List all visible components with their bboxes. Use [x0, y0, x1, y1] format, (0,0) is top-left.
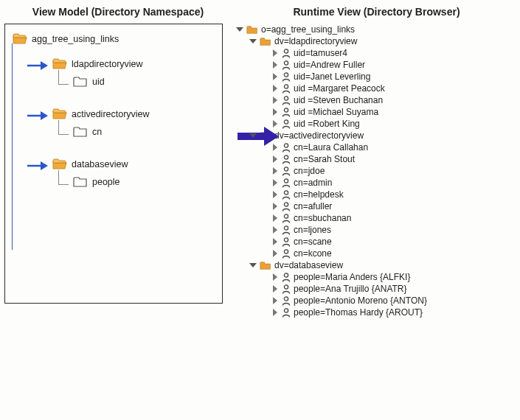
chevron-right-icon[interactable]	[271, 191, 279, 198]
svg-point-17	[284, 167, 288, 170]
chevron-right-icon[interactable]	[271, 238, 279, 245]
rv-entry-label: people=Ana Trujillo {ANATR}	[294, 284, 407, 294]
rv-entry[interactable]: cn=ljones	[271, 224, 517, 236]
view-model-panel: View Model (Directory Namespace) agg_tre…	[0, 0, 236, 420]
svg-marker-1	[41, 61, 48, 70]
vm-root[interactable]: agg_tree_using_links	[13, 33, 215, 45]
chevron-right-icon[interactable]	[271, 309, 279, 316]
vm-sub-0[interactable]: uid	[73, 76, 215, 88]
chevron-down-icon[interactable]	[236, 26, 243, 33]
rv-entry[interactable]: uid =Steven Buchanan	[271, 94, 517, 106]
rv-entry-label: cn=kcone	[294, 248, 332, 259]
vm-sub-1[interactable]: cn	[73, 126, 215, 138]
rv-entry[interactable]: cn=helpdesk	[271, 189, 517, 200]
chevron-down-icon[interactable]	[249, 262, 257, 269]
folder-open-icon	[52, 108, 67, 120]
rv-group-2[interactable]: dv=databaseview	[249, 259, 517, 271]
rv-entry[interactable]: uid =Michael Suyama	[271, 106, 517, 118]
person-icon	[282, 60, 291, 70]
chevron-down-icon[interactable]	[249, 38, 257, 45]
vm-child-2-label: databaseview	[72, 159, 128, 169]
rv-entry[interactable]: uid =Margaret Peacock	[271, 83, 517, 94]
chevron-right-icon[interactable]	[271, 167, 279, 175]
runtime-view-panel: Runtime View (Directory Browser) o=agg_t…	[236, 0, 520, 420]
svg-point-9	[284, 60, 288, 64]
folder-open-icon	[13, 33, 27, 45]
folder-icon	[246, 25, 258, 35]
rv-entry[interactable]: uid =Robert King	[271, 118, 517, 130]
chevron-right-icon[interactable]	[271, 226, 279, 234]
chevron-right-icon[interactable]	[271, 273, 279, 281]
svg-point-21	[284, 214, 288, 217]
rv-entry[interactable]: cn=Laura Callahan	[271, 141, 517, 153]
vm-child-2[interactable]: databaseview people	[27, 158, 215, 188]
person-icon	[282, 167, 291, 176]
rv-entry-label: cn=helpdesk	[294, 189, 344, 200]
svg-point-11	[284, 84, 288, 88]
person-icon	[282, 96, 291, 105]
vm-sub-0-label: uid	[92, 77, 105, 87]
rv-entry-label: cn=jdoe	[294, 166, 325, 176]
chevron-right-icon[interactable]	[271, 97, 279, 104]
rv-entry[interactable]: people=Thomas Hardy {AROUT}	[271, 307, 517, 318]
rv-entry[interactable]: people=Ana Trujillo {ANATR}	[271, 283, 517, 295]
rv-entry-label: cn=scane	[294, 237, 332, 247]
chevron-down-icon[interactable]	[249, 132, 257, 139]
svg-point-25	[284, 273, 288, 276]
person-icon	[282, 190, 291, 200]
chevron-right-icon[interactable]	[271, 108, 279, 116]
rv-entry[interactable]: uid=Janet Leverling	[271, 71, 517, 83]
folder-open-icon	[52, 58, 67, 70]
rv-entry[interactable]: cn=Sarah Stout	[271, 153, 517, 165]
rv-entry[interactable]: cn=kcone	[271, 248, 517, 259]
rv-entry[interactable]: people=Antonio Moreno {ANTON}	[271, 295, 517, 307]
person-icon	[282, 296, 291, 306]
vm-sub-2[interactable]: people	[73, 176, 215, 188]
svg-marker-3	[41, 111, 48, 120]
rv-entry-label: people=Antonio Moreno {ANTON}	[294, 295, 427, 306]
chevron-right-icon[interactable]	[271, 155, 279, 163]
chevron-right-icon[interactable]	[271, 49, 279, 57]
rv-root[interactable]: o=agg_tree_using_links	[236, 24, 517, 35]
vm-root-label: agg_tree_using_links	[32, 34, 119, 44]
chevron-right-icon[interactable]	[271, 203, 279, 210]
rv-root-label: o=agg_tree_using_links	[261, 24, 355, 35]
svg-point-15	[284, 143, 288, 147]
chevron-right-icon[interactable]	[271, 285, 279, 293]
chevron-right-icon[interactable]	[271, 73, 279, 80]
rv-entry[interactable]: cn=sbuchanan	[271, 212, 517, 224]
vm-child-1-label: activedirectoryview	[72, 109, 150, 119]
rv-entry[interactable]: people=Maria Anders {ALFKI}	[271, 271, 517, 283]
chevron-right-icon[interactable]	[271, 214, 279, 222]
svg-point-28	[284, 308, 288, 312]
rv-group-1[interactable]: dv=activedirectoryview	[249, 130, 517, 141]
chevron-right-icon[interactable]	[271, 144, 279, 151]
person-icon	[282, 108, 291, 117]
rv-entry[interactable]: cn=afuller	[271, 200, 517, 212]
rv-entry-label: uid =Michael Suyama	[294, 107, 378, 117]
folder-open-icon	[52, 158, 67, 170]
svg-point-10	[284, 72, 288, 76]
rv-entry[interactable]: cn=scane	[271, 236, 517, 248]
chevron-right-icon[interactable]	[271, 297, 279, 304]
folder-closed-icon	[73, 176, 88, 188]
vm-child-1[interactable]: activedirectoryview cn	[27, 108, 215, 138]
person-icon	[282, 202, 291, 211]
chevron-right-icon[interactable]	[271, 61, 279, 69]
chevron-right-icon[interactable]	[271, 120, 279, 127]
chevron-right-icon[interactable]	[271, 85, 279, 92]
rv-group-label: dv=ldapdirectoryview	[274, 36, 357, 46]
rv-group-0[interactable]: dv=ldapdirectoryview	[249, 35, 517, 47]
rv-entry[interactable]: uid=Andrew Fuller	[271, 59, 517, 71]
vm-child-0[interactable]: ldapdirectoryview uid	[27, 58, 215, 88]
rv-entry[interactable]: cn=admin	[271, 177, 517, 189]
svg-point-12	[284, 96, 288, 99]
svg-marker-5	[41, 161, 48, 170]
rv-entry[interactable]: cn=jdoe	[271, 165, 517, 177]
chevron-right-icon[interactable]	[271, 250, 279, 257]
person-icon	[282, 119, 291, 129]
svg-point-14	[284, 119, 288, 123]
chevron-right-icon[interactable]	[271, 179, 279, 186]
rv-entry-label: people=Thomas Hardy {AROUT}	[294, 307, 423, 318]
rv-entry[interactable]: uid=tamuser4	[271, 47, 517, 59]
